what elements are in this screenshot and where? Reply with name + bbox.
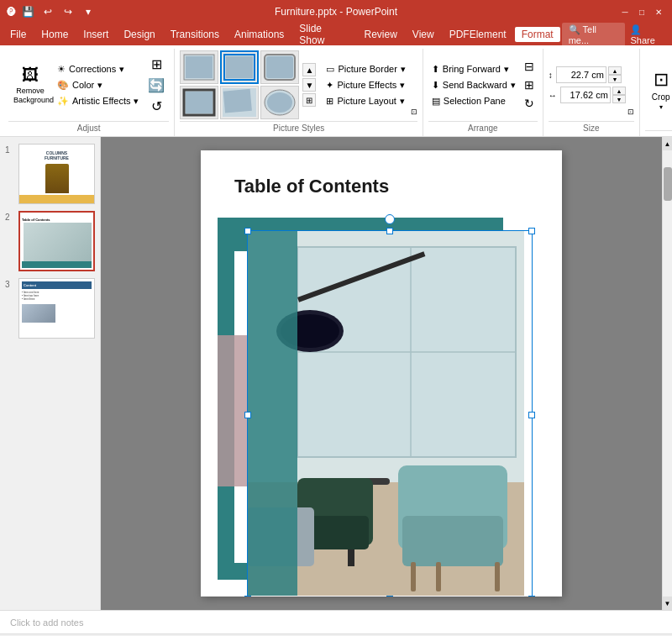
picture-layout-arrow[interactable]: ▾: [400, 96, 405, 107]
styles-expand[interactable]: ⊞: [302, 93, 316, 107]
pic-style-6[interactable]: [260, 86, 299, 119]
picture-styles-expand-icon[interactable]: ⊡: [411, 108, 417, 116]
undo-button[interactable]: ↩: [39, 3, 56, 20]
main-area: 1 COLUMNSFURNITURE 2 Table of Contents: [0, 137, 672, 610]
bring-forward-button[interactable]: ⬆ Bring Forward ▾: [428, 62, 519, 76]
close-button[interactable]: ✕: [652, 5, 665, 18]
handle-bottom-left[interactable]: [244, 596, 251, 597]
pic-style-2[interactable]: [220, 50, 259, 84]
handle-bottom-right[interactable]: [528, 596, 535, 597]
thumb2-img: [24, 223, 92, 261]
svg-rect-9: [223, 89, 252, 113]
picture-border-button[interactable]: ▭ Picture Border ▾: [323, 62, 408, 76]
tell-me-input[interactable]: 🔍 Tell me...: [562, 23, 626, 47]
scroll-thumb[interactable]: [664, 167, 672, 201]
color-arrow[interactable]: ▾: [97, 80, 102, 91]
menu-file[interactable]: File: [3, 27, 33, 42]
reset-picture-button[interactable]: ↺: [144, 97, 169, 116]
menu-pdfelement[interactable]: PDFElement: [443, 27, 513, 42]
maximize-button[interactable]: □: [635, 5, 648, 18]
rotate-button[interactable]: ↻: [521, 95, 538, 112]
share-button[interactable]: 👤 Share: [630, 24, 669, 45]
styles-scroll: ▲ ▼ ⊞: [302, 63, 316, 107]
size-expand-icon[interactable]: ⊡: [627, 108, 634, 116]
align-button[interactable]: ⊟: [521, 58, 538, 75]
menu-home[interactable]: Home: [34, 27, 75, 42]
menu-format[interactable]: Format: [515, 27, 560, 42]
send-backward-button[interactable]: ⬇ Send Backward ▾: [428, 78, 519, 92]
picture-effects-button[interactable]: ✦ Picture Effects ▾: [323, 78, 408, 92]
scroll-down-button[interactable]: ▼: [663, 597, 672, 610]
slide-preview-3[interactable]: Content • Item one here• Item two here• …: [18, 278, 95, 339]
handle-middle-right[interactable]: [528, 412, 535, 418]
menu-insert[interactable]: Insert: [76, 27, 115, 42]
app-icon: 🅟: [7, 7, 16, 17]
menu-design[interactable]: Design: [117, 27, 161, 42]
furniture-image[interactable]: [247, 230, 524, 596]
menu-animations[interactable]: Animations: [228, 27, 291, 42]
slide-thumb-3[interactable]: 3 Content • Item one here• Item two here…: [5, 278, 95, 339]
redo-button[interactable]: ↪: [60, 3, 76, 20]
picture-effects-arrow[interactable]: ▾: [400, 80, 405, 91]
menu-slideshow[interactable]: Slide Show: [292, 21, 355, 48]
customize-qat-button[interactable]: ▾: [80, 3, 97, 20]
menu-review[interactable]: Review: [357, 27, 403, 42]
svg-rect-1: [186, 56, 213, 78]
slide-preview-1[interactable]: COLUMNSFURNITURE: [18, 144, 95, 204]
artistic-effects-button[interactable]: ✨ Artistic Effects ▾: [54, 94, 142, 108]
height-down-button[interactable]: ▼: [608, 75, 622, 83]
bring-forward-arrow[interactable]: ▾: [504, 64, 509, 75]
selection-pane-button[interactable]: ▤ Selection Pane: [428, 94, 519, 108]
handle-bottom-middle[interactable]: [386, 596, 393, 597]
thumb3-text: • Item one here• Item two here• Item thr…: [22, 291, 92, 302]
change-picture-button[interactable]: 🔄: [144, 76, 169, 95]
minimize-button[interactable]: ─: [618, 5, 632, 18]
right-scrollbar[interactable]: ▲ ▼: [662, 137, 672, 610]
pic-style-4[interactable]: [180, 86, 218, 119]
width-down-button[interactable]: ▼: [612, 95, 626, 103]
furniture-svg: [247, 230, 524, 596]
thumb3-img: [22, 304, 55, 323]
menu-transitions[interactable]: Transitions: [164, 27, 226, 42]
width-input[interactable]: [560, 87, 611, 103]
menu-view[interactable]: View: [406, 27, 441, 42]
send-backward-arrow[interactable]: ▾: [511, 80, 516, 91]
height-input[interactable]: [556, 66, 606, 83]
corrections-button[interactable]: ☀ Corrections ▾: [54, 62, 142, 76]
compress-pictures-button[interactable]: ⊞: [144, 55, 169, 74]
picture-border-arrow[interactable]: ▾: [401, 64, 406, 75]
pic-style-1[interactable]: [180, 50, 218, 84]
notes-bar[interactable]: Click to add notes: [0, 610, 672, 633]
save-button[interactable]: 💾: [19, 3, 36, 20]
group-button[interactable]: ⊞: [521, 76, 538, 93]
scroll-up-button[interactable]: ▲: [663, 137, 672, 150]
styles-scroll-down[interactable]: ▼: [302, 78, 316, 92]
send-backward-icon: ⬇: [432, 80, 439, 91]
picture-layout-button[interactable]: ⊞ Picture Layout ▾: [323, 94, 408, 108]
crop-arrow[interactable]: ▾: [659, 103, 663, 111]
slide-preview-2[interactable]: Table of Contents: [18, 211, 95, 271]
corrections-arrow[interactable]: ▾: [119, 64, 124, 75]
adjust-extra-btns: ⊞ 🔄 ↺: [144, 55, 169, 116]
slide-thumb-2[interactable]: 2 Table of Contents: [5, 211, 95, 271]
artistic-arrow[interactable]: ▾: [134, 96, 139, 107]
slide-title[interactable]: Table of Contents: [234, 176, 389, 197]
picture-styles-group: ▲ ▼ ⊞ ▭ Picture Border ▾ ✦ Picture Effec…: [175, 49, 423, 136]
adjust-group-content: 🖼 Remove Background ☀ Corrections ▾ 🎨 Co…: [8, 50, 169, 119]
crop-button[interactable]: ⊡ Crop ▾: [645, 66, 672, 114]
picture-styles-grid: [180, 50, 299, 119]
width-up-button[interactable]: ▲: [612, 87, 626, 95]
pic-style-5[interactable]: [220, 86, 259, 119]
picture-styles-content: ▲ ▼ ⊞ ▭ Picture Border ▾ ✦ Picture Effec…: [180, 50, 417, 119]
slide-thumb-1[interactable]: 1 COLUMNSFURNITURE: [5, 144, 95, 204]
remove-background-button[interactable]: 🖼 Remove Background: [8, 62, 52, 108]
slide-canvas[interactable]: Table of Contents: [201, 150, 562, 597]
compress-icon: ⊞: [151, 56, 162, 72]
thumb2-title: Table of Contents: [22, 218, 50, 222]
handle-top-right[interactable]: [528, 228, 535, 234]
pic-style-3[interactable]: [260, 50, 299, 84]
styles-scroll-up[interactable]: ▲: [302, 63, 316, 76]
reset-icon: ↺: [151, 98, 162, 114]
height-up-button[interactable]: ▲: [608, 66, 622, 75]
color-button[interactable]: 🎨 Color ▾: [54, 78, 142, 92]
